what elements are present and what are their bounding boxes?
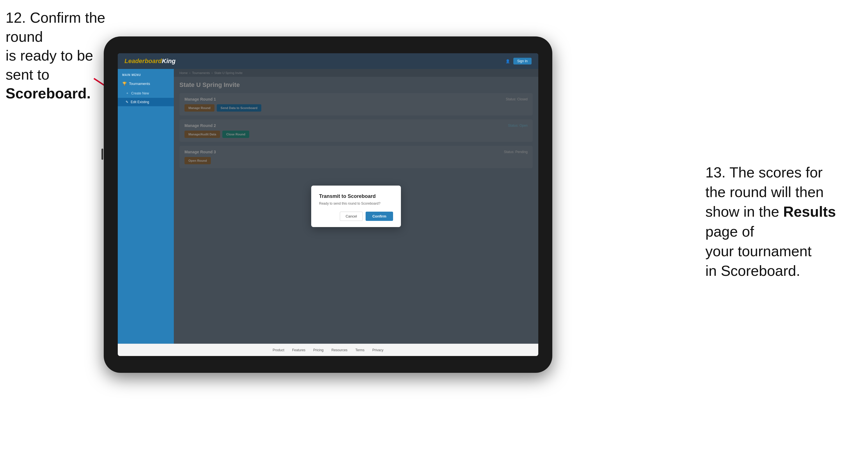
annotation-line1: 12. Confirm the round	[6, 9, 105, 45]
footer-resources[interactable]: Resources	[331, 348, 347, 352]
sidebar: MAIN MENU 🏆 Tournaments ＋ Create New ✎ E…	[118, 69, 174, 344]
footer-pricing[interactable]: Pricing	[313, 348, 323, 352]
edit-icon: ✎	[126, 100, 128, 104]
sidebar-create-new-label: Create New	[131, 91, 149, 95]
main-content: MAIN MENU 🏆 Tournaments ＋ Create New ✎ E…	[118, 69, 538, 344]
modal-overlay: Transmit to Scoreboard Ready to send thi…	[174, 69, 538, 344]
modal-subtitle: Ready to send this round to Scoreboard?	[319, 201, 393, 206]
trophy-icon: 🏆	[122, 82, 127, 86]
sidebar-item-create-new[interactable]: ＋ Create New	[118, 89, 174, 98]
footer-features[interactable]: Features	[292, 348, 305, 352]
modal-title: Transmit to Scoreboard	[319, 193, 393, 199]
tablet-power-button	[101, 149, 103, 160]
annotation-line2: is ready to be sent to	[6, 48, 93, 83]
annotation-right-line3: show in the	[705, 204, 779, 220]
plus-icon: ＋	[126, 91, 129, 96]
annotation-right-line4: page of	[705, 223, 754, 240]
annotation-right: 13. The scores for the round will then s…	[705, 163, 851, 281]
footer-terms[interactable]: Terms	[355, 348, 365, 352]
page-area: Home › Tournaments › State U Spring Invi…	[174, 69, 538, 344]
tablet-screen: LeaderboardKing 👤 Sign In MAIN MENU 🏆 To…	[118, 53, 538, 356]
main-menu-label: MAIN MENU	[118, 73, 174, 79]
transmit-modal: Transmit to Scoreboard Ready to send thi…	[311, 186, 401, 227]
logo-king-text: King	[162, 58, 176, 64]
logo-board-text: Leaderboard	[124, 58, 162, 64]
footer-bar: Product Features Pricing Resources Terms…	[118, 344, 538, 356]
annotation-line3: Scoreboard.	[6, 85, 91, 101]
annotation-right-line1: 13. The scores for	[705, 164, 823, 181]
annotation-right-bold: Results	[783, 204, 836, 220]
sign-in-button[interactable]: Sign In	[513, 58, 532, 64]
tablet: LeaderboardKing 👤 Sign In MAIN MENU 🏆 To…	[104, 36, 552, 373]
logo: LeaderboardKing	[124, 58, 176, 65]
modal-actions: Cancel Confirm	[319, 212, 393, 221]
modal-confirm-button[interactable]: Confirm	[366, 212, 393, 221]
annotation-right-line5: your tournament	[705, 243, 812, 259]
header-bar: LeaderboardKing 👤 Sign In	[118, 53, 538, 69]
sidebar-item-edit-existing[interactable]: ✎ Edit Existing	[118, 98, 174, 106]
annotation-right-line6: in Scoreboard.	[705, 263, 800, 279]
user-icon: 👤	[505, 59, 510, 63]
header-right: 👤 Sign In	[505, 58, 532, 64]
sidebar-edit-existing-label: Edit Existing	[131, 100, 149, 104]
logo-area: LeaderboardKing	[124, 58, 176, 65]
footer-privacy[interactable]: Privacy	[372, 348, 383, 352]
annotation-right-line2: the round will then	[705, 184, 824, 200]
footer-product[interactable]: Product	[273, 348, 284, 352]
sidebar-tournaments-label: Tournaments	[129, 82, 150, 86]
modal-cancel-button[interactable]: Cancel	[340, 212, 363, 221]
sidebar-item-tournaments[interactable]: 🏆 Tournaments	[118, 79, 174, 89]
